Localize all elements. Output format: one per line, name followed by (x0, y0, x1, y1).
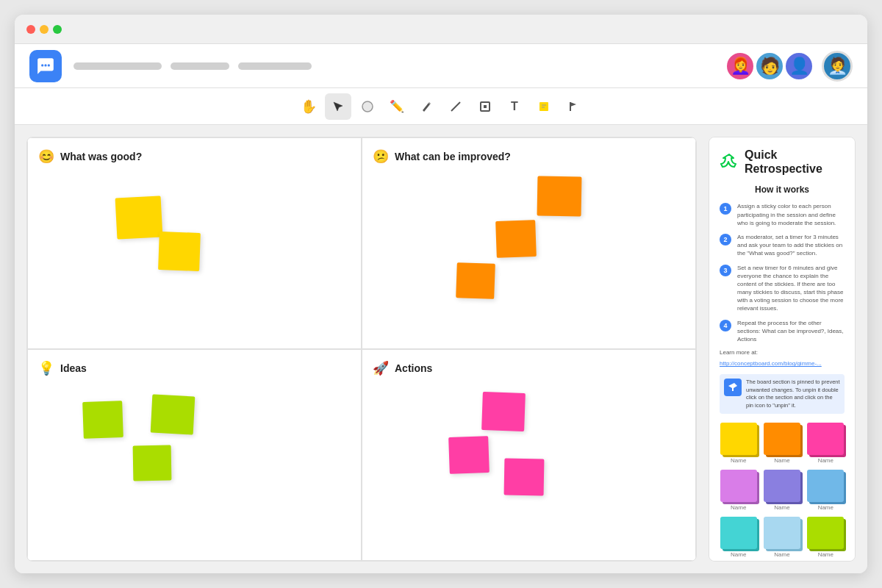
color-name-2: Name (818, 457, 833, 464)
step-4-text: Repeat the process for the other section… (737, 319, 845, 344)
nav-item-2[interactable] (171, 62, 229, 70)
minimize-button[interactable] (40, 25, 49, 34)
learn-more-link[interactable]: http://conceptboard.com/blog/gimme-... (720, 360, 845, 367)
right-panel: Quick Retrospective How it works 1 Assig… (709, 137, 856, 562)
eraser-tool[interactable] (354, 93, 381, 120)
color-item-5[interactable]: Name (807, 470, 845, 511)
color-item-4[interactable]: Name (763, 470, 800, 511)
how-it-works-title: How it works (720, 184, 845, 195)
avatar-user2[interactable]: 🧑 (754, 51, 785, 82)
color-item-6[interactable]: Name (720, 517, 757, 558)
color-item-0[interactable]: Name (720, 423, 757, 464)
color-palette: NameNameNameNameNameNameNameNameName (720, 423, 845, 558)
user-avatars: 👩‍🦰 🧑 👤 🧑‍💼 (731, 51, 853, 82)
color-swatch-6 (720, 517, 757, 549)
canvas-area: 😊 What was good? 😕 What can be improved? (15, 125, 867, 573)
nav-item-3[interactable] (238, 62, 312, 70)
svg-point-2 (48, 64, 50, 66)
color-name-5: Name (818, 504, 833, 511)
panel-title: Quick Retrospective (745, 148, 845, 176)
step-3-text: Set a new timer for 6 minutes and give e… (737, 264, 845, 313)
close-button[interactable] (26, 25, 35, 34)
panel-recycling-icon (720, 151, 739, 172)
color-name-4: Name (774, 504, 789, 511)
color-item-3[interactable]: Name (720, 470, 757, 511)
sticky-ideas-3[interactable] (133, 445, 172, 481)
step-3: 3 Set a new timer for 6 minutes and give… (720, 264, 845, 313)
sticky-tool[interactable] (531, 93, 557, 120)
sticky-improved-3[interactable] (456, 262, 495, 299)
sticky-ideas-1[interactable] (82, 401, 123, 439)
color-swatch-8 (807, 517, 844, 549)
sticky-ideas-2[interactable] (151, 395, 196, 435)
color-swatch-4 (764, 470, 800, 502)
svg-point-1 (44, 64, 46, 66)
title-bar (15, 15, 867, 44)
color-swatch-2 (807, 423, 844, 455)
hand-tool[interactable]: ✋ (295, 93, 322, 120)
pen-tool[interactable]: ✏️ (384, 93, 410, 120)
quadrant-improved: 😕 What can be improved? (362, 137, 696, 349)
color-swatch-7 (764, 517, 800, 549)
sticky-improved-1[interactable] (537, 176, 582, 216)
avatar-user3[interactable]: 👤 (784, 51, 814, 82)
quadrant-good: 😊 What was good? (27, 137, 362, 349)
shape-tool[interactable] (472, 93, 498, 120)
step-3-num: 3 (720, 265, 731, 276)
step-1-text: Assign a sticky color to each person par… (737, 202, 845, 227)
sticky-good-2[interactable] (158, 232, 201, 271)
color-item-1[interactable]: Name (763, 423, 800, 464)
text-tool[interactable]: T (501, 93, 528, 120)
step-4-num: 4 (720, 320, 731, 331)
logo[interactable] (29, 50, 62, 82)
color-swatch-3 (720, 470, 757, 502)
learn-more-label: Learn more at: (720, 349, 845, 356)
sticky-improved-2[interactable] (495, 220, 537, 258)
sticky-actions-1[interactable] (481, 392, 526, 431)
color-item-7[interactable]: Name (763, 517, 800, 558)
color-name-0: Name (731, 457, 746, 464)
pin-notice: The board section is pinned to prevent u… (720, 374, 845, 414)
toolbar: ✋ ✏️ T (15, 88, 867, 125)
sticky-actions-3[interactable] (504, 459, 545, 496)
quadrant-actions: 🚀 Actions (362, 349, 696, 561)
panel-header: Quick Retrospective (720, 148, 845, 176)
color-item-8[interactable]: Name (807, 517, 845, 558)
sticky-actions-2[interactable] (448, 436, 490, 474)
color-item-2[interactable]: Name (807, 423, 845, 464)
pin-icon (724, 379, 742, 396)
color-name-1: Name (774, 457, 789, 464)
svg-line-4 (451, 102, 460, 111)
steps-list: 1 Assign a sticky color to each person p… (720, 202, 845, 343)
quadrant-actions-title: Actions (395, 362, 432, 374)
step-2: 2 As moderator, set a timer for 3 minute… (720, 233, 845, 258)
quadrant-good-header: 😊 What was good? (38, 148, 351, 165)
board: 😊 What was good? 😕 What can be improved? (26, 137, 697, 562)
quadrant-improved-title: What can be improved? (395, 151, 511, 162)
quadrant-good-icon: 😊 (38, 148, 54, 165)
marker-tool[interactable] (413, 93, 440, 120)
svg-point-0 (41, 64, 43, 66)
color-name-8: Name (818, 551, 833, 558)
sticky-good-1[interactable] (115, 196, 163, 239)
flag-tool[interactable] (560, 93, 587, 120)
step-4: 4 Repeat the process for the other secti… (720, 319, 845, 344)
header: 👩‍🦰 🧑 👤 🧑‍💼 (15, 44, 867, 88)
step-1: 1 Assign a sticky color to each person p… (720, 202, 845, 227)
quadrant-actions-icon: 🚀 (373, 360, 389, 376)
quadrant-good-title: What was good? (60, 151, 142, 162)
select-tool[interactable] (325, 93, 351, 120)
avatar-user1[interactable]: 👩‍🦰 (725, 51, 756, 82)
nav-item-1[interactable] (74, 62, 162, 70)
color-name-6: Name (731, 551, 746, 558)
pin-notice-text: The board section is pinned to prevent u… (746, 379, 840, 409)
quadrant-ideas-icon: 💡 (38, 360, 54, 376)
color-swatch-1 (764, 423, 800, 455)
quadrant-improved-icon: 😕 (373, 148, 389, 165)
avatar-current-user[interactable]: 🧑‍💼 (822, 51, 853, 82)
quadrant-improved-header: 😕 What can be improved? (373, 148, 685, 165)
traffic-lights (26, 25, 62, 34)
line-tool[interactable] (442, 93, 469, 120)
step-2-text: As moderator, set a timer for 3 minutes … (737, 233, 845, 258)
maximize-button[interactable] (53, 25, 62, 34)
